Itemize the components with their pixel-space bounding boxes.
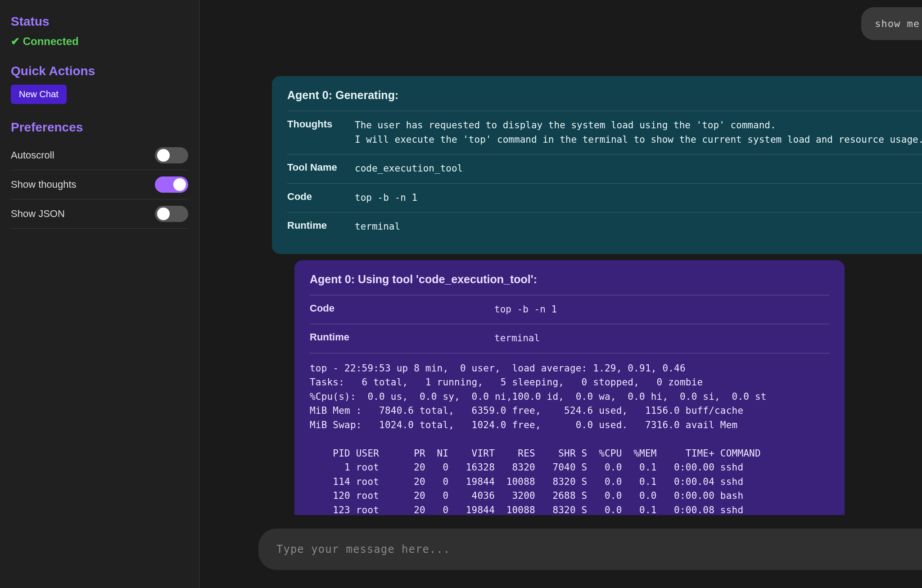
agent-tool-block: Agent 0: Using tool 'code_execution_tool… [294,260,845,516]
app-root: Status ✔ Connected Quick Actions New Cha… [0,0,922,588]
status-title: Status [11,14,188,29]
input-bar: ➤ [200,515,922,588]
sidebar: Status ✔ Connected Quick Actions New Cha… [0,0,200,588]
pref-label: Show thoughts [11,179,77,190]
terminal-output: top - 22:59:53 up 8 min, 0 user, load av… [310,353,829,516]
show-thoughts-toggle[interactable] [155,176,188,193]
pref-row-autoscroll: Autoscroll [11,141,188,170]
tool-key: Runtime [310,331,494,343]
gen-key: Thoughts [287,118,355,130]
toggle-knob [157,208,170,220]
user-message: show me system load using top [861,7,922,40]
generating-title: Agent 0: Generating: [287,89,922,102]
gen-val: terminal [355,220,400,234]
gen-val: code_execution_tool [355,162,463,176]
pref-label: Autoscroll [11,149,54,161]
gen-key: Code [287,191,355,203]
toggle-knob [157,149,170,162]
connection-status: ✔ Connected [11,35,188,48]
new-chat-button[interactable]: New Chat [11,85,67,104]
preferences-title: Preferences [11,120,188,135]
pref-row-show-json: Show JSON [11,199,188,229]
gen-row-thoughts: Thoughts The user has requested to displ… [287,111,922,154]
quick-actions-title: Quick Actions [11,64,188,78]
agent-generating-block: Agent 0: Generating: Thoughts The user h… [272,76,922,254]
autoscroll-toggle[interactable] [155,147,188,163]
tool-row-runtime: Runtime terminal [310,324,829,353]
gen-row-toolname: Tool Name code_execution_tool [287,154,922,183]
main-panel: show me system load using top Agent 0: G… [200,0,922,588]
tool-val: terminal [494,331,540,346]
tool-title: Agent 0: Using tool 'code_execution_tool… [310,273,829,286]
pref-row-show-thoughts: Show thoughts [11,170,188,199]
chat-area: show me system load using top Agent 0: G… [200,0,922,515]
gen-val: top -b -n 1 [355,191,417,205]
toggle-knob [173,178,186,191]
tool-row-code: Code top -b -n 1 [310,295,829,324]
gen-row-code: Code top -b -n 1 [287,183,922,213]
gen-key: Tool Name [287,162,355,173]
tool-key: Code [310,303,494,314]
gen-key: Runtime [287,220,355,231]
pref-label: Show JSON [11,208,65,220]
tool-val: top -b -n 1 [494,303,557,317]
message-input[interactable] [258,529,922,570]
gen-row-runtime: Runtime terminal [287,212,922,241]
show-json-toggle[interactable] [155,206,188,222]
gen-val: The user has requested to display the sy… [355,118,922,147]
